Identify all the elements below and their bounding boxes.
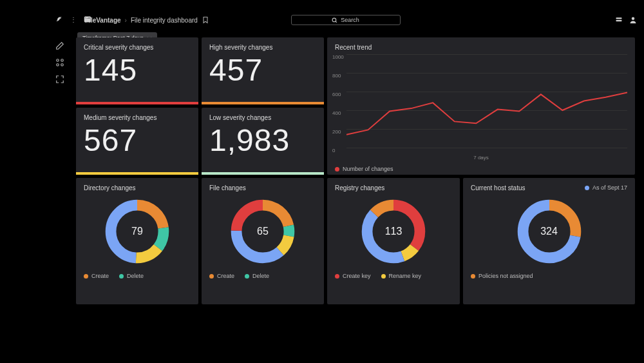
accent-bar bbox=[76, 102, 198, 104]
ytick-label: 400 bbox=[332, 110, 341, 116]
panel-title: High severity changes bbox=[209, 44, 316, 51]
svg-point-8 bbox=[57, 64, 59, 66]
user-icon[interactable] bbox=[629, 16, 637, 24]
search-icon bbox=[332, 17, 337, 23]
panel-title: Recent trend bbox=[335, 44, 627, 51]
expand-icon[interactable] bbox=[55, 75, 64, 84]
ytick-label: 600 bbox=[332, 92, 341, 97]
panel-title: Medium severity changes bbox=[84, 114, 191, 121]
svg-point-2 bbox=[332, 18, 336, 22]
panel-title: Low severity changes bbox=[209, 114, 316, 121]
legend-item: Policies not assigned bbox=[471, 273, 533, 279]
donut-legend: CreateDelete bbox=[209, 273, 316, 279]
panel-recent-trend[interactable]: Recent trend 02004006008001000 7 days Nu… bbox=[327, 37, 635, 175]
svg-point-6 bbox=[57, 59, 59, 62]
svg-point-7 bbox=[61, 59, 64, 62]
panel-file-changes[interactable]: File changes65CreateDelete bbox=[202, 178, 324, 304]
donut-chart: 113 bbox=[359, 197, 428, 266]
legend-dot-icon bbox=[335, 167, 339, 172]
donut-chart: 65 bbox=[228, 197, 298, 266]
kpi-value: 567 bbox=[84, 125, 191, 156]
panel-title: Registry changes bbox=[335, 184, 452, 191]
legend-label: Number of changes bbox=[343, 166, 393, 172]
as-of-label: As of Sept 17 bbox=[585, 184, 627, 191]
panel-medium-severity[interactable]: Medium severity changes 567 bbox=[76, 108, 198, 175]
panel-title: Directory changes bbox=[84, 184, 191, 191]
donut-total: 113 bbox=[359, 197, 428, 266]
search-input[interactable]: Search bbox=[291, 15, 401, 25]
dashboard-grid: Critical severity changes 145 High sever… bbox=[76, 37, 639, 363]
panel-registry-changes[interactable]: Registry changes113Create keyRename key bbox=[327, 178, 460, 304]
donut-chart: 324 bbox=[515, 197, 584, 266]
trend-chart: 02004006008001000 bbox=[346, 54, 627, 148]
svg-rect-4 bbox=[616, 20, 622, 21]
legend-item: Create bbox=[84, 273, 109, 279]
kpi-value: 457 bbox=[209, 55, 316, 86]
ytick-label: 800 bbox=[332, 73, 341, 79]
kpi-value: 1,983 bbox=[209, 125, 316, 156]
donut-total: 65 bbox=[228, 197, 298, 266]
grid-icon[interactable] bbox=[55, 58, 64, 67]
trend-xaxis-label: 7 days bbox=[327, 155, 635, 161]
topbar: FileVantage › File integrity dashboard S… bbox=[52, 13, 639, 27]
breadcrumb-page[interactable]: File integrity dashboard bbox=[131, 17, 198, 24]
svg-point-9 bbox=[61, 64, 64, 66]
ytick-label: 200 bbox=[332, 129, 341, 135]
donut-total: 324 bbox=[515, 197, 584, 266]
legend-item: Create key bbox=[335, 273, 371, 279]
donut-chart: 79 bbox=[102, 197, 172, 266]
legend-item: Delete bbox=[119, 273, 144, 279]
legend-item: Rename key bbox=[381, 273, 422, 279]
panel-low-severity[interactable]: Low severity changes 1,983 bbox=[202, 108, 324, 175]
panel-host-status[interactable]: Current host statusAs of Sept 17324Polic… bbox=[463, 178, 635, 304]
panel-high-severity[interactable]: High severity changes 457 bbox=[202, 37, 324, 104]
breadcrumb-app[interactable]: FileVantage bbox=[85, 17, 121, 24]
panel-title: File changes bbox=[209, 184, 316, 191]
panel-title: Critical severity changes bbox=[84, 44, 191, 51]
edit-icon[interactable] bbox=[55, 41, 64, 50]
svg-point-5 bbox=[632, 17, 635, 21]
donut-legend: Create keyRename key bbox=[335, 273, 452, 279]
svg-rect-3 bbox=[616, 17, 622, 19]
search-placeholder: Search bbox=[341, 17, 359, 23]
panel-directory-changes[interactable]: Directory changes79CreateDelete bbox=[76, 178, 198, 304]
donut-total: 79 bbox=[102, 197, 172, 266]
donut-legend: Policies not assigned bbox=[471, 273, 627, 279]
breadcrumb: FileVantage › File integrity dashboard bbox=[85, 16, 209, 24]
legend-item: Create bbox=[209, 273, 234, 279]
left-toolbar bbox=[52, 37, 68, 84]
donut-legend: CreateDelete bbox=[84, 273, 191, 279]
accent-bar bbox=[202, 102, 324, 104]
kpi-value: 145 bbox=[84, 55, 191, 86]
chevron-right-icon: › bbox=[125, 17, 127, 24]
panel-critical-severity[interactable]: Critical severity changes 145 bbox=[76, 37, 198, 104]
stack-icon[interactable] bbox=[615, 16, 623, 24]
accent-bar bbox=[76, 172, 198, 175]
ytick-label: 0 bbox=[332, 148, 335, 153]
bookmark-icon[interactable] bbox=[202, 16, 209, 24]
trend-legend: Number of changes bbox=[335, 166, 393, 172]
accent-bar bbox=[202, 172, 324, 175]
ytick-label: 1000 bbox=[332, 54, 344, 60]
legend-item: Delete bbox=[245, 273, 269, 279]
